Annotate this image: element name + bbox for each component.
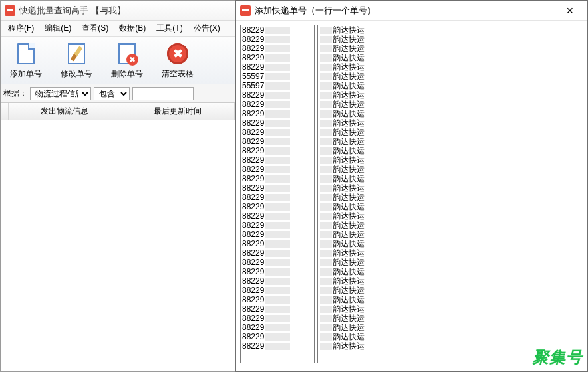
list-item[interactable]: 韵达快运 bbox=[318, 137, 583, 146]
grid-col-logistics[interactable]: 发出物流信息 bbox=[9, 103, 120, 120]
list-item[interactable]: 88229 bbox=[241, 258, 314, 267]
list-item[interactable]: 韵达快运 bbox=[318, 90, 583, 100]
list-item[interactable]: 88229 bbox=[241, 295, 314, 304]
list-item[interactable]: 88229 bbox=[241, 267, 314, 276]
list-item[interactable]: 韵达快运 bbox=[318, 118, 583, 128]
list-item[interactable]: 55597 bbox=[241, 72, 314, 81]
list-item[interactable]: 韵达快运 bbox=[318, 128, 583, 137]
list-item[interactable]: 韵达快运 bbox=[318, 341, 583, 351]
list-item[interactable]: 韵达快运 bbox=[318, 258, 583, 267]
list-item[interactable]: 韵达快运 bbox=[318, 304, 583, 314]
filter-bar: 根据： 物流过程信息 包含 bbox=[1, 84, 235, 103]
menu-notice[interactable]: 公告(X) bbox=[189, 21, 225, 35]
menu-view[interactable]: 查看(S) bbox=[77, 21, 113, 35]
list-item[interactable]: 韵达快运 bbox=[318, 221, 583, 230]
list-item[interactable]: 韵达快运 bbox=[318, 230, 583, 239]
dialog-titlebar: 添加快递单号（一行一个单号） ✕ bbox=[236, 1, 587, 21]
filter-value-input[interactable] bbox=[132, 87, 194, 100]
edit-button[interactable]: 修改单号 bbox=[57, 40, 96, 81]
courier-name-list[interactable]: 韵达快运韵达快运韵达快运韵达快运韵达快运韵达快运韵达快运韵达快运韵达快运韵达快运… bbox=[317, 25, 583, 363]
list-item[interactable]: 88229 bbox=[241, 109, 314, 118]
clear-button[interactable]: ✖ 清空表格 bbox=[158, 40, 198, 81]
list-item[interactable]: 88229 bbox=[241, 25, 314, 35]
list-item[interactable]: 88229 bbox=[241, 165, 314, 174]
list-item[interactable]: 88229 bbox=[241, 53, 314, 62]
edit-label: 修改单号 bbox=[61, 68, 92, 80]
list-item[interactable]: 韵达快运 bbox=[318, 183, 583, 193]
list-item[interactable]: 韵达快运 bbox=[318, 314, 583, 323]
list-item[interactable]: 88229 bbox=[241, 211, 314, 221]
list-item[interactable]: 88229 bbox=[241, 304, 314, 314]
list-item[interactable]: 88229 bbox=[241, 248, 314, 258]
list-item[interactable]: 88229 bbox=[241, 174, 314, 183]
list-item[interactable]: 韵达快运 bbox=[318, 211, 583, 221]
list-item[interactable]: 88229 bbox=[241, 230, 314, 239]
list-item[interactable]: 88229 bbox=[241, 44, 314, 53]
list-item[interactable]: 韵达快运 bbox=[318, 81, 583, 90]
main-title: 快递批量查询高手 【与我】 bbox=[19, 5, 126, 17]
menu-tools[interactable]: 工具(T) bbox=[152, 21, 187, 35]
list-item[interactable]: 88229 bbox=[241, 193, 314, 202]
list-item[interactable]: 88229 bbox=[241, 118, 314, 128]
list-item[interactable]: 88229 bbox=[241, 155, 314, 165]
list-item[interactable]: 88229 bbox=[241, 286, 314, 295]
list-item[interactable]: 88229 bbox=[241, 183, 314, 193]
list-item[interactable]: 88229 bbox=[241, 100, 314, 109]
toolbar: 添加单号 修改单号 删除单号 ✖ 清空表格 bbox=[1, 37, 235, 84]
list-item[interactable]: 韵达快运 bbox=[318, 100, 583, 109]
doc-edit-icon bbox=[65, 41, 88, 66]
list-item[interactable]: 韵达快运 bbox=[318, 276, 583, 286]
list-item[interactable]: 韵达快运 bbox=[318, 25, 583, 35]
list-item[interactable]: 55597 bbox=[241, 81, 314, 90]
list-item[interactable]: 88229 bbox=[241, 146, 314, 155]
list-item[interactable]: 韵达快运 bbox=[318, 295, 583, 304]
list-item[interactable]: 韵达快运 bbox=[318, 109, 583, 118]
list-item[interactable]: 88229 bbox=[241, 341, 314, 351]
list-item[interactable]: 韵达快运 bbox=[318, 332, 583, 341]
list-item[interactable]: 韵达快运 bbox=[318, 323, 583, 332]
list-item[interactable]: 韵达快运 bbox=[318, 62, 583, 72]
list-item[interactable]: 88229 bbox=[241, 314, 314, 323]
list-item[interactable]: 88229 bbox=[241, 62, 314, 72]
list-item[interactable]: 韵达快运 bbox=[318, 35, 583, 44]
add-button[interactable]: 添加单号 bbox=[6, 40, 46, 81]
doc-delete-icon bbox=[116, 41, 138, 66]
list-item[interactable]: 88229 bbox=[241, 221, 314, 230]
list-item[interactable]: 韵达快运 bbox=[318, 267, 583, 276]
list-item[interactable]: 韵达快运 bbox=[318, 155, 583, 165]
menubar: 程序(F) 编辑(E) 查看(S) 数据(B) 工具(T) 公告(X) bbox=[1, 21, 235, 37]
filter-op-select[interactable]: 包含 bbox=[94, 87, 130, 100]
list-item[interactable]: 88229 bbox=[241, 90, 314, 100]
list-item[interactable]: 88229 bbox=[241, 332, 314, 341]
list-item[interactable]: 韵达快运 bbox=[318, 165, 583, 174]
menu-program[interactable]: 程序(F) bbox=[3, 21, 39, 35]
app-icon bbox=[5, 5, 15, 16]
grid-col-updated[interactable]: 最后更新时间 bbox=[120, 103, 235, 120]
list-item[interactable]: 韵达快运 bbox=[318, 193, 583, 202]
delete-button[interactable]: 删除单号 bbox=[107, 40, 147, 81]
close-button[interactable]: ✕ bbox=[557, 3, 583, 18]
filter-field-select[interactable]: 物流过程信息 bbox=[30, 87, 91, 100]
list-item[interactable]: 88229 bbox=[241, 323, 314, 332]
dialog-body: 8822988229882298822988229555975559788229… bbox=[240, 25, 583, 363]
list-item[interactable]: 88229 bbox=[241, 35, 314, 44]
list-item[interactable]: 韵达快运 bbox=[318, 239, 583, 248]
list-item[interactable]: 韵达快运 bbox=[318, 146, 583, 155]
list-item[interactable]: 韵达快运 bbox=[318, 53, 583, 62]
list-item[interactable]: 88229 bbox=[241, 276, 314, 286]
list-item[interactable]: 88229 bbox=[241, 128, 314, 137]
delete-label: 删除单号 bbox=[111, 68, 143, 80]
list-item[interactable]: 韵达快运 bbox=[318, 248, 583, 258]
tracking-number-list[interactable]: 8822988229882298822988229555975559788229… bbox=[240, 25, 315, 363]
list-item[interactable]: 韵达快运 bbox=[318, 286, 583, 295]
list-item[interactable]: 韵达快运 bbox=[318, 202, 583, 211]
main-titlebar: 快递批量查询高手 【与我】 bbox=[1, 1, 235, 21]
list-item[interactable]: 88229 bbox=[241, 137, 314, 146]
list-item[interactable]: 韵达快运 bbox=[318, 174, 583, 183]
list-item[interactable]: 韵达快运 bbox=[318, 72, 583, 81]
menu-data[interactable]: 数据(B) bbox=[114, 21, 150, 35]
list-item[interactable]: 韵达快运 bbox=[318, 44, 583, 53]
list-item[interactable]: 88229 bbox=[241, 239, 314, 248]
list-item[interactable]: 88229 bbox=[241, 202, 314, 211]
menu-edit[interactable]: 编辑(E) bbox=[40, 21, 76, 35]
